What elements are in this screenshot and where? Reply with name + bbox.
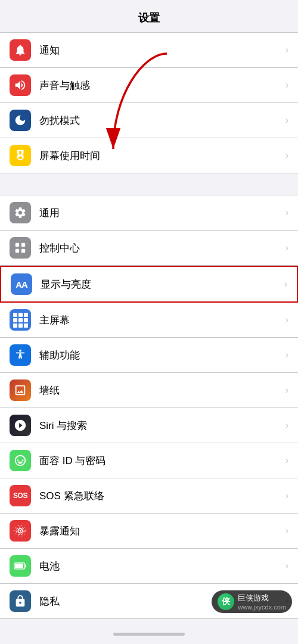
screen-time-icon xyxy=(10,145,31,166)
page-title: 设置 xyxy=(0,0,298,32)
chevron-icon: › xyxy=(285,45,288,55)
display-icon: AA xyxy=(11,273,32,295)
chevron-icon: › xyxy=(285,207,288,218)
row-notification[interactable]: 通知 › xyxy=(0,33,298,68)
svg-rect-2 xyxy=(15,249,19,253)
exposure-label: 暴露通知 xyxy=(39,524,283,538)
sound-label: 声音与触感 xyxy=(39,79,283,92)
row-control-center[interactable]: 控制中心 › xyxy=(0,231,298,266)
svg-rect-0 xyxy=(15,243,19,247)
row-sos[interactable]: SOS SOS 紧急联络 › xyxy=(0,478,298,514)
row-wallpaper[interactable]: 墙纸 › xyxy=(0,373,298,408)
row-screen-time[interactable]: 屏幕使用时间 › xyxy=(0,138,298,173)
section-general: 通用 › 控制中心 › AA 显示与亮度 › 主屏 xyxy=(0,195,298,619)
face-id-icon xyxy=(10,450,31,471)
aa-text: AA xyxy=(15,279,27,290)
svg-rect-1 xyxy=(21,243,25,247)
row-exposure[interactable]: 暴露通知 › xyxy=(0,514,298,549)
siri-icon xyxy=(10,415,31,436)
exposure-icon xyxy=(10,520,31,542)
wallpaper-icon xyxy=(10,379,31,401)
watermark: 侠 巨侠游戏 www.jxycdx.com xyxy=(212,590,292,613)
chevron-icon: › xyxy=(285,315,288,325)
svg-rect-10 xyxy=(25,564,26,567)
dnd-icon xyxy=(10,110,31,131)
chevron-icon: › xyxy=(285,455,288,466)
dnd-label: 勿扰模式 xyxy=(39,114,283,127)
general-label: 通用 xyxy=(39,206,283,220)
chevron-icon: › xyxy=(285,350,288,360)
svg-rect-3 xyxy=(21,249,25,253)
row-face-id[interactable]: 面容 ID 与密码 › xyxy=(0,443,298,478)
svg-rect-11 xyxy=(15,564,23,568)
svg-point-4 xyxy=(19,350,21,352)
general-icon xyxy=(10,202,31,223)
battery-label: 电池 xyxy=(39,559,283,573)
watermark-site: 巨侠游戏 xyxy=(238,593,286,603)
row-sound[interactable]: 声音与触感 › xyxy=(0,68,298,103)
row-battery[interactable]: 电池 › xyxy=(0,549,298,584)
privacy-icon xyxy=(10,590,31,612)
chevron-icon: › xyxy=(285,490,288,501)
chevron-icon: › xyxy=(285,420,288,431)
wallpaper-label: 墙纸 xyxy=(39,384,283,397)
row-general[interactable]: 通用 › xyxy=(0,195,298,231)
control-center-label: 控制中心 xyxy=(39,241,283,255)
watermark-badge: 侠 巨侠游戏 www.jxycdx.com xyxy=(212,590,292,613)
screen-time-label: 屏幕使用时间 xyxy=(39,149,283,163)
control-center-icon xyxy=(10,237,31,259)
home-indicator xyxy=(113,633,185,636)
row-dnd[interactable]: 勿扰模式 › xyxy=(0,103,298,138)
bottom-bar xyxy=(0,624,298,644)
chevron-icon: › xyxy=(284,279,287,290)
chevron-icon: › xyxy=(285,150,288,161)
sos-label: SOS 紧急联络 xyxy=(39,489,283,503)
row-home-screen[interactable]: 主屏幕 › xyxy=(0,303,298,338)
section-notifications: 通知 › 声音与触感 › 勿扰模式 › 屏幕使用时间 › xyxy=(0,32,298,173)
siri-label: Siri 与搜索 xyxy=(39,419,283,433)
accessibility-icon xyxy=(10,344,31,366)
chevron-icon: › xyxy=(285,385,288,396)
home-screen-icon xyxy=(10,309,31,331)
svg-point-6 xyxy=(20,530,21,532)
chevron-icon: › xyxy=(285,525,288,536)
home-screen-label: 主屏幕 xyxy=(39,313,283,327)
chevron-icon: › xyxy=(285,80,288,91)
sos-icon: SOS xyxy=(10,485,31,506)
section-gap-1 xyxy=(0,173,298,195)
notification-label: 通知 xyxy=(39,43,283,57)
battery-icon xyxy=(10,555,31,577)
display-label: 显示与亮度 xyxy=(41,278,282,291)
watermark-logo: 侠 xyxy=(218,593,234,610)
watermark-url: www.jxycdx.com xyxy=(238,603,286,611)
chevron-icon: › xyxy=(285,561,288,571)
chevron-icon: › xyxy=(285,115,288,126)
sound-icon xyxy=(10,74,31,96)
chevron-icon: › xyxy=(285,242,288,253)
notification-icon xyxy=(10,39,31,61)
row-siri[interactable]: Siri 与搜索 › xyxy=(0,408,298,443)
row-accessibility[interactable]: 辅助功能 › xyxy=(0,338,298,373)
face-id-label: 面容 ID 与密码 xyxy=(39,454,283,468)
accessibility-label: 辅助功能 xyxy=(39,349,283,362)
row-display[interactable]: AA 显示与亮度 › xyxy=(0,266,298,303)
